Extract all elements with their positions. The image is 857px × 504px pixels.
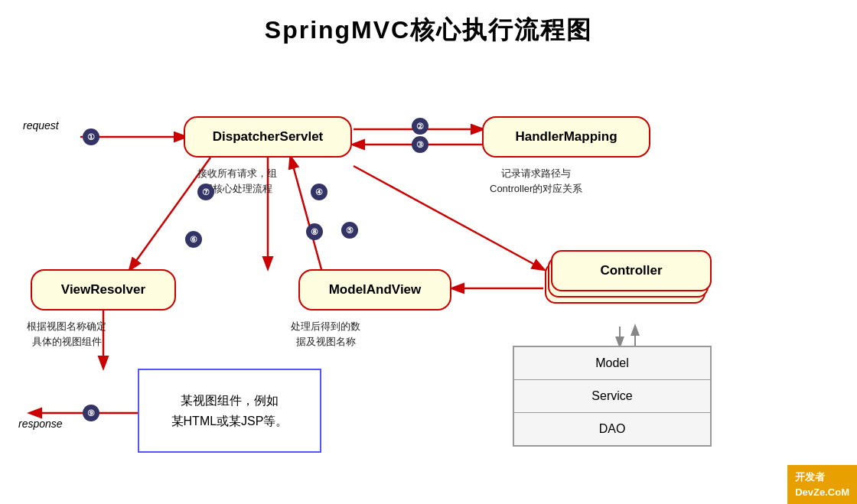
svg-line-5 (291, 158, 321, 269)
badge-6: ⑥ (185, 231, 202, 248)
modelandview-annotation: 处理后得到的数 据及视图名称 (291, 319, 360, 349)
badge-5: ⑤ (341, 222, 358, 239)
view-component-box: 某视图组件，例如 某HTML或某JSP等。 (138, 369, 321, 453)
badge-7: ⑦ (197, 184, 214, 200)
dispatcher-servlet-box: DispatcherServlet (184, 116, 352, 158)
page-title: SpringMVC核心执行流程图 (0, 0, 857, 55)
model-row-dao: DAO (514, 413, 710, 445)
controller-box-front: Controller (551, 250, 712, 291)
model-and-view-box: ModelAndView (298, 269, 451, 311)
view-resolver-box: ViewResolver (31, 269, 176, 311)
badge-9: ⑨ (83, 405, 99, 421)
controller-stack: Controller (543, 250, 712, 327)
handler-mapping-box: HandlerMapping (482, 116, 650, 158)
model-service-dao-stack: Model Service DAO (513, 346, 712, 447)
watermark: 开发者 DevZe.CoM (787, 465, 857, 504)
handler-annotation: 记录请求路径与 Controller的对应关系 (490, 166, 582, 196)
badge-1: ① (83, 128, 99, 145)
badge-8: ⑧ (306, 223, 323, 240)
viewresolver-annotation: 根据视图名称确定 具体的视图组件 (27, 319, 106, 349)
model-row-service: Service (514, 380, 710, 413)
response-label: response (18, 418, 63, 430)
badge-4: ④ (311, 184, 327, 200)
badge-2: ② (412, 118, 428, 135)
badge-3: ③ (412, 136, 428, 153)
model-row-model: Model (514, 347, 710, 380)
request-label: request (23, 119, 59, 132)
